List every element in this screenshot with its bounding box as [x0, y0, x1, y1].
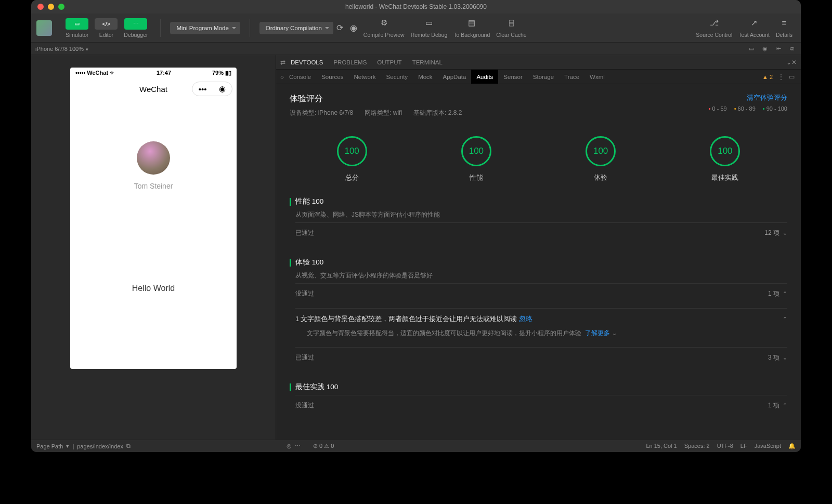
- chevron-up-icon: ⌃: [783, 402, 787, 409]
- cursor-pos[interactable]: Ln 15, Col 1: [646, 443, 677, 449]
- inspect-icon[interactable]: ⟐: [280, 74, 284, 80]
- section-bestpractice: 最佳实践 100 没通过 1 项 ⌃: [290, 382, 787, 416]
- eye-icon[interactable]: ◎: [287, 443, 292, 449]
- audit-panel: 体验评分 设备类型: iPhone 6/7/8 网络类型: wifi 基础库版本…: [276, 84, 801, 440]
- titlebar: helloworld - WeChat Devtools Stable 1.03…: [31, 0, 801, 14]
- hello-label: Hello World: [132, 284, 175, 293]
- chevron-down-icon: ⌄: [783, 230, 787, 236]
- section-performance: 性能 100 从页面渲染、网络、JS脚本等方面评估小程序的性能 已通过 12 项…: [290, 197, 787, 243]
- subtab-wxml[interactable]: Wxml: [584, 70, 610, 84]
- source-control-button[interactable]: ⎇Source Control: [696, 18, 732, 38]
- chevron-down-icon: ⌄: [612, 330, 617, 336]
- nav-title: WeChat: [139, 85, 167, 94]
- menu-icon[interactable]: •••: [199, 85, 207, 94]
- exp-failed-row[interactable]: 没通过 1 项 ⌃: [295, 283, 787, 304]
- subtab-storage[interactable]: Storage: [528, 70, 559, 84]
- tab-terminal[interactable]: TERMINAL: [407, 55, 448, 69]
- issue-contrast: 1 文字颜色与背景色搭配较差，两者颜色过于接近会让用户无法或难以阅读 忽略 ⌃ …: [295, 308, 787, 344]
- indent-setting[interactable]: Spaces: 2: [684, 443, 710, 449]
- simulator-button[interactable]: ▭Simulator: [66, 18, 88, 38]
- remote-debug-button[interactable]: ▭Remote Debug: [411, 18, 448, 38]
- tab-output[interactable]: OUTPUT: [372, 55, 407, 69]
- target-icon[interactable]: ◉: [219, 84, 226, 94]
- debugger-button[interactable]: ⋯Debugger: [124, 18, 148, 38]
- pop-out-icon[interactable]: ⧉: [787, 44, 797, 54]
- record-icon[interactable]: ◉: [760, 44, 770, 54]
- subtab-appdata[interactable]: AppData: [438, 70, 472, 84]
- subtab-audits[interactable]: Audits: [471, 70, 498, 84]
- subtab-trace[interactable]: Trace: [559, 70, 584, 84]
- score-bp: 100最佳实践: [710, 136, 740, 182]
- phone-statusbar: ••••• WeChat ᯤ 17:47 79% ▮▯: [70, 68, 237, 78]
- score-row: 100总分 100性能 100体验 100最佳实践: [290, 136, 787, 182]
- bell-icon[interactable]: 🔔: [788, 443, 796, 449]
- eol[interactable]: LF: [740, 443, 747, 449]
- page-path-value: pages/index/index: [77, 443, 123, 449]
- editor-button[interactable]: </>Editor: [95, 18, 118, 38]
- more-icon[interactable]: ⋮: [776, 73, 786, 81]
- minimize-icon[interactable]: [48, 4, 54, 10]
- mute-icon[interactable]: ⇤: [774, 44, 783, 54]
- chevron-up-icon: ⌃: [783, 290, 787, 297]
- status-bar: Page Path▾ | pages/index/index ⧉ ◎ ⋯ ⊘ 0…: [31, 440, 801, 452]
- close-icon[interactable]: [37, 4, 44, 10]
- compilation-dropdown[interactable]: Ordinary Compilation: [259, 22, 333, 34]
- device-bar: iPhone 6/7/8 100% ▭ ◉ ⇤ ⧉: [31, 43, 801, 55]
- maximize-icon[interactable]: [58, 4, 64, 10]
- device-selector[interactable]: iPhone 6/7/8 100%: [35, 46, 88, 52]
- score-exp: 100体验: [586, 136, 616, 182]
- user-avatar[interactable]: [36, 20, 52, 36]
- to-background-button[interactable]: ▤To Background: [453, 18, 490, 38]
- warning-badge[interactable]: ▲ 2: [762, 74, 773, 80]
- subtab-network[interactable]: Network: [348, 70, 381, 84]
- simulator-pane: ••••• WeChat ᯤ 17:47 79% ▮▯ WeChat ••• ◉…: [31, 55, 276, 440]
- refresh-icon[interactable]: ⟳: [333, 22, 347, 34]
- tab-problems[interactable]: PROBLEMS: [328, 55, 372, 69]
- rotate-icon[interactable]: ▭: [747, 44, 756, 54]
- clear-audit-link[interactable]: 清空体验评分: [747, 94, 787, 102]
- avatar: [137, 141, 170, 175]
- subtab-console[interactable]: Console: [284, 70, 316, 84]
- page-path-label: Page Path: [36, 443, 63, 449]
- chevron-down-icon[interactable]: ⌄: [786, 59, 791, 66]
- chevron-up-icon[interactable]: ⌃: [783, 316, 787, 323]
- username-label: Tom Steiner: [134, 182, 173, 190]
- subtab-sensor[interactable]: Sensor: [498, 70, 527, 84]
- mode-dropdown[interactable]: Mini Program Mode: [170, 22, 240, 34]
- window-title: helloworld - WeChat Devtools Stable 1.03…: [345, 3, 487, 10]
- close-panel-icon[interactable]: ✕: [791, 59, 797, 66]
- score-perf: 100性能: [461, 136, 491, 182]
- phone-navbar: WeChat ••• ◉: [70, 78, 237, 100]
- perf-passed-row[interactable]: 已通过 12 项 ⌄: [295, 222, 787, 243]
- ignore-link[interactable]: 忽略: [519, 315, 532, 324]
- problems-count[interactable]: ⊘ 0 ⚠ 0: [313, 443, 334, 449]
- encoding[interactable]: UTF-8: [717, 443, 733, 449]
- subtab-security[interactable]: Security: [381, 70, 413, 84]
- exp-passed-row[interactable]: 已通过 3 项 ⌄: [295, 347, 787, 368]
- audit-meta: 设备类型: iPhone 6/7/8 网络类型: wifi 基础库版本: 2.8…: [290, 109, 462, 117]
- bp-failed-row[interactable]: 没通过 1 项 ⌃: [295, 395, 787, 416]
- learn-more-link[interactable]: 了解更多: [585, 329, 610, 337]
- clear-cache-button[interactable]: ⌸Clear Cache: [496, 18, 526, 38]
- dock-icon[interactable]: ▭: [786, 73, 797, 81]
- devtools-tabs: ⇄ DEVTOOLS PROBLEMS OUTPUT TERMINAL ⌄ ✕: [276, 55, 801, 70]
- phone-frame: ••••• WeChat ᯤ 17:47 79% ▮▯ WeChat ••• ◉…: [70, 68, 237, 369]
- tune-icon[interactable]: ⇄: [280, 59, 285, 66]
- compile-preview-button[interactable]: ⚙Compile Preview: [363, 18, 405, 38]
- subtab-sources[interactable]: Sources: [316, 70, 348, 84]
- preview-icon[interactable]: ◉: [347, 22, 360, 34]
- main-toolbar: ▭Simulator </>Editor ⋯Debugger Mini Prog…: [31, 14, 801, 43]
- copy-icon[interactable]: ⧉: [126, 443, 131, 449]
- devtools-pane: ⇄ DEVTOOLS PROBLEMS OUTPUT TERMINAL ⌄ ✕ …: [276, 55, 801, 440]
- capsule[interactable]: ••• ◉: [192, 82, 232, 96]
- chevron-down-icon: ⌄: [783, 354, 787, 361]
- test-account-button[interactable]: ↗Test Account: [738, 18, 770, 38]
- score-legend: 0 - 59 60 - 89 90 - 100: [709, 105, 787, 112]
- devtools-subtabs: ⟐ Console Sources Network Security Mock …: [276, 70, 801, 84]
- tab-devtools[interactable]: DEVTOOLS: [285, 55, 328, 69]
- section-experience: 体验 100 从视觉、交互等方面评估小程序的体验是否足够好 没通过 1 项 ⌃ …: [290, 258, 787, 368]
- details-button[interactable]: ≡Details: [776, 18, 792, 38]
- audit-title: 体验评分: [290, 94, 462, 104]
- subtab-mock[interactable]: Mock: [413, 70, 437, 84]
- language-mode[interactable]: JavaScript: [755, 443, 781, 449]
